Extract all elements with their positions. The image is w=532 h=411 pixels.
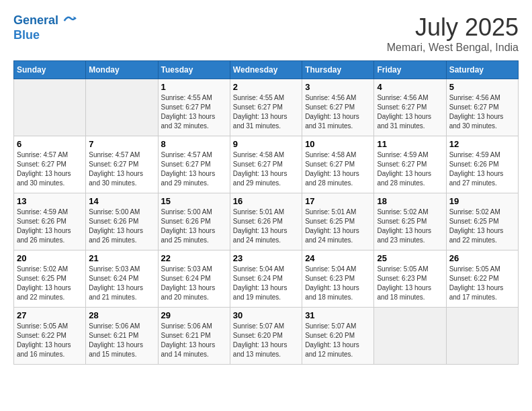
day-number: 4 <box>377 82 443 92</box>
calendar-cell: 12Sunrise: 4:59 AM Sunset: 6:26 PM Dayli… <box>446 136 518 193</box>
calendar-cell: 7Sunrise: 4:57 AM Sunset: 6:27 PM Daylig… <box>86 136 158 193</box>
calendar-cell <box>86 79 158 136</box>
day-number: 31 <box>305 310 371 320</box>
calendar-cell: 27Sunrise: 5:05 AM Sunset: 6:22 PM Dayli… <box>14 308 86 365</box>
calendar-cell: 4Sunrise: 4:56 AM Sunset: 6:27 PM Daylig… <box>374 79 446 136</box>
calendar-cell: 5Sunrise: 4:56 AM Sunset: 6:27 PM Daylig… <box>446 79 518 136</box>
day-number: 23 <box>233 253 299 263</box>
day-info: Sunrise: 5:05 AM Sunset: 6:22 PM Dayligh… <box>449 265 515 302</box>
month-title: July 2025 <box>387 13 519 42</box>
day-info: Sunrise: 4:59 AM Sunset: 6:27 PM Dayligh… <box>377 150 443 188</box>
day-number: 11 <box>377 139 443 149</box>
day-info: Sunrise: 5:02 AM Sunset: 6:25 PM Dayligh… <box>377 208 443 245</box>
calendar-cell <box>446 308 518 365</box>
day-number: 2 <box>233 82 299 92</box>
header-monday: Monday <box>86 61 158 79</box>
day-number: 1 <box>161 82 227 92</box>
day-info: Sunrise: 4:59 AM Sunset: 6:26 PM Dayligh… <box>17 208 83 245</box>
day-info: Sunrise: 4:55 AM Sunset: 6:27 PM Dayligh… <box>161 93 227 131</box>
calendar-cell: 6Sunrise: 4:57 AM Sunset: 6:27 PM Daylig… <box>14 136 86 193</box>
location: Memari, West Bengal, India <box>387 42 519 54</box>
day-number: 5 <box>449 82 515 92</box>
day-number: 10 <box>305 139 371 149</box>
day-number: 17 <box>305 196 371 206</box>
calendar-cell: 19Sunrise: 5:02 AM Sunset: 6:25 PM Dayli… <box>446 193 518 250</box>
day-info: Sunrise: 5:03 AM Sunset: 6:24 PM Dayligh… <box>89 265 154 302</box>
day-info: Sunrise: 4:56 AM Sunset: 6:27 PM Dayligh… <box>305 93 371 131</box>
day-info: Sunrise: 5:07 AM Sunset: 6:20 PM Dayligh… <box>305 322 371 359</box>
calendar-cell: 29Sunrise: 5:06 AM Sunset: 6:21 PM Dayli… <box>158 308 230 365</box>
day-info: Sunrise: 5:02 AM Sunset: 6:25 PM Dayligh… <box>17 265 83 302</box>
day-number: 9 <box>233 139 299 149</box>
page-header: General Blue July 2025 Memari, West Beng… <box>13 13 519 54</box>
day-info: Sunrise: 5:06 AM Sunset: 6:21 PM Dayligh… <box>161 322 227 359</box>
calendar-cell: 25Sunrise: 5:05 AM Sunset: 6:23 PM Dayli… <box>374 250 446 308</box>
day-info: Sunrise: 5:00 AM Sunset: 6:26 PM Dayligh… <box>161 208 227 245</box>
logo-text: General <box>13 13 77 28</box>
day-number: 26 <box>449 253 515 263</box>
day-info: Sunrise: 4:57 AM Sunset: 6:27 PM Dayligh… <box>161 150 227 188</box>
calendar-body: 1Sunrise: 4:55 AM Sunset: 6:27 PM Daylig… <box>14 79 519 365</box>
day-info: Sunrise: 5:07 AM Sunset: 6:20 PM Dayligh… <box>233 322 299 359</box>
day-number: 3 <box>305 82 371 92</box>
day-number: 16 <box>233 196 299 206</box>
day-number: 20 <box>17 253 83 263</box>
day-number: 6 <box>17 139 83 149</box>
weekday-row: Sunday Monday Tuesday Wednesday Thursday… <box>14 61 519 79</box>
day-info: Sunrise: 5:04 AM Sunset: 6:24 PM Dayligh… <box>233 265 299 302</box>
calendar-cell: 16Sunrise: 5:01 AM Sunset: 6:26 PM Dayli… <box>230 193 302 250</box>
calendar-cell <box>14 79 86 136</box>
week-row-2: 13Sunrise: 4:59 AM Sunset: 6:26 PM Dayli… <box>14 193 519 250</box>
day-info: Sunrise: 5:04 AM Sunset: 6:23 PM Dayligh… <box>305 265 371 302</box>
day-info: Sunrise: 4:57 AM Sunset: 6:27 PM Dayligh… <box>89 150 154 188</box>
day-info: Sunrise: 5:06 AM Sunset: 6:21 PM Dayligh… <box>89 322 154 359</box>
day-info: Sunrise: 5:01 AM Sunset: 6:25 PM Dayligh… <box>305 208 371 245</box>
header-sunday: Sunday <box>14 61 86 79</box>
day-info: Sunrise: 4:57 AM Sunset: 6:27 PM Dayligh… <box>17 150 83 188</box>
day-info: Sunrise: 4:58 AM Sunset: 6:27 PM Dayligh… <box>305 150 371 188</box>
logo-blue: Blue <box>13 28 77 43</box>
calendar-cell: 15Sunrise: 5:00 AM Sunset: 6:26 PM Dayli… <box>158 193 230 250</box>
day-info: Sunrise: 4:58 AM Sunset: 6:27 PM Dayligh… <box>233 150 299 188</box>
day-number: 25 <box>377 253 443 263</box>
calendar-cell: 1Sunrise: 4:55 AM Sunset: 6:27 PM Daylig… <box>158 79 230 136</box>
calendar-cell: 8Sunrise: 4:57 AM Sunset: 6:27 PM Daylig… <box>158 136 230 193</box>
logo: General Blue <box>13 13 77 42</box>
day-info: Sunrise: 5:03 AM Sunset: 6:24 PM Dayligh… <box>161 265 227 302</box>
week-row-3: 20Sunrise: 5:02 AM Sunset: 6:25 PM Dayli… <box>14 250 519 308</box>
calendar-cell: 17Sunrise: 5:01 AM Sunset: 6:25 PM Dayli… <box>302 193 374 250</box>
calendar-cell: 22Sunrise: 5:03 AM Sunset: 6:24 PM Dayli… <box>158 250 230 308</box>
header-saturday: Saturday <box>446 61 518 79</box>
day-info: Sunrise: 4:56 AM Sunset: 6:27 PM Dayligh… <box>449 93 515 131</box>
calendar-cell: 3Sunrise: 4:56 AM Sunset: 6:27 PM Daylig… <box>302 79 374 136</box>
calendar-cell: 30Sunrise: 5:07 AM Sunset: 6:20 PM Dayli… <box>230 308 302 365</box>
calendar-cell: 28Sunrise: 5:06 AM Sunset: 6:21 PM Dayli… <box>86 308 158 365</box>
day-number: 7 <box>89 139 154 149</box>
calendar-cell: 24Sunrise: 5:04 AM Sunset: 6:23 PM Dayli… <box>302 250 374 308</box>
day-info: Sunrise: 5:00 AM Sunset: 6:26 PM Dayligh… <box>89 208 154 245</box>
calendar-cell: 9Sunrise: 4:58 AM Sunset: 6:27 PM Daylig… <box>230 136 302 193</box>
week-row-0: 1Sunrise: 4:55 AM Sunset: 6:27 PM Daylig… <box>14 79 519 136</box>
day-number: 29 <box>161 310 227 320</box>
day-info: Sunrise: 4:55 AM Sunset: 6:27 PM Dayligh… <box>233 93 299 131</box>
day-number: 8 <box>161 139 227 149</box>
day-number: 19 <box>449 196 515 206</box>
day-info: Sunrise: 5:02 AM Sunset: 6:25 PM Dayligh… <box>449 208 515 245</box>
calendar-cell: 20Sunrise: 5:02 AM Sunset: 6:25 PM Dayli… <box>14 250 86 308</box>
title-block: July 2025 Memari, West Bengal, India <box>387 13 519 54</box>
week-row-4: 27Sunrise: 5:05 AM Sunset: 6:22 PM Dayli… <box>14 308 519 365</box>
day-number: 14 <box>89 196 154 206</box>
calendar-cell: 18Sunrise: 5:02 AM Sunset: 6:25 PM Dayli… <box>374 193 446 250</box>
calendar-cell: 26Sunrise: 5:05 AM Sunset: 6:22 PM Dayli… <box>446 250 518 308</box>
day-number: 15 <box>161 196 227 206</box>
day-number: 12 <box>449 139 515 149</box>
day-number: 24 <box>305 253 371 263</box>
calendar-cell: 31Sunrise: 5:07 AM Sunset: 6:20 PM Dayli… <box>302 308 374 365</box>
calendar-cell: 21Sunrise: 5:03 AM Sunset: 6:24 PM Dayli… <box>86 250 158 308</box>
calendar-cell <box>374 308 446 365</box>
day-number: 22 <box>161 253 227 263</box>
day-number: 21 <box>89 253 154 263</box>
calendar-cell: 13Sunrise: 4:59 AM Sunset: 6:26 PM Dayli… <box>14 193 86 250</box>
logo-icon <box>63 14 77 28</box>
calendar-table: Sunday Monday Tuesday Wednesday Thursday… <box>13 60 519 365</box>
